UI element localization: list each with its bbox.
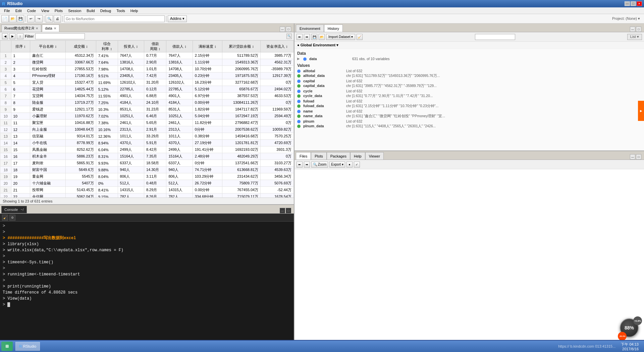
env-row-cycle[interactable]: cycle List of 632 <box>296 89 643 93</box>
env-load-button[interactable]: 📂 <box>319 34 325 40</box>
minimize-button[interactable]: — <box>625 1 630 6</box>
env-row-alltotal[interactable]: alltotal List of 632 <box>296 69 643 73</box>
export-button[interactable]: Export ▾ <box>329 162 345 168</box>
plots-delete-button[interactable]: ● <box>346 162 353 168</box>
col-header-speed[interactable]: 满标速度 ↕ <box>193 41 222 52</box>
files-maximize-button[interactable]: □ <box>636 154 641 160</box>
menu-session[interactable]: Session <box>65 8 84 13</box>
table-cell: 8.26月 <box>144 193 166 198</box>
zoom-button[interactable]: 🔍 Zoom <box>311 162 328 168</box>
save-button[interactable]: 💾 <box>17 15 24 23</box>
tab-help[interactable]: Help <box>350 152 365 160</box>
env-row-capital[interactable]: capital List of 632 <box>296 79 643 83</box>
table-cell: 10048.64万 <box>66 126 96 133</box>
env-search-input[interactable] <box>475 34 515 40</box>
menu-edit[interactable]: Edit <box>13 8 24 13</box>
env-back-button[interactable]: ⬅ <box>297 34 303 40</box>
menu-build[interactable]: Build <box>84 8 97 13</box>
menu-debug[interactable]: Debug <box>98 8 114 13</box>
nav-forward-button[interactable]: ▶ <box>9 33 15 39</box>
undo-button[interactable]: ↩ <box>27 15 35 23</box>
col-header-name[interactable]: 平台名称 ↕ <box>30 41 66 52</box>
env-row-plnum-data[interactable]: plnum_data chr [1:631] "115人" "4408人" "2… <box>296 124 643 129</box>
menu-tools[interactable]: Tools <box>114 8 128 13</box>
table-row: 1919量金网5545万8.04%806人3.11月806人103.29分钟23… <box>0 173 294 180</box>
print-button[interactable]: 🖨 <box>54 15 61 23</box>
tab-files[interactable]: Files <box>296 152 311 160</box>
env-row-cycle-data[interactable]: cycle_data chr [1:631] "0.77月" "2.90月" "… <box>296 93 643 99</box>
import-dataset-button[interactable]: Import Dataset ▾ <box>326 34 355 40</box>
plots-check-button[interactable]: ✓ <box>354 162 360 168</box>
col-header-borrower[interactable]: 借款人 ↕ <box>166 41 193 52</box>
console-content[interactable]: > > > ###############写出数据到excel > librar… <box>0 222 294 352</box>
data-search-input[interactable] <box>35 33 85 39</box>
redo-button[interactable]: ↪ <box>35 15 43 23</box>
table-cell: 2594.49万 <box>261 113 294 120</box>
nav-back-button[interactable]: ◀ <box>2 33 8 39</box>
plots-back-button[interactable]: ⬅ <box>297 162 303 168</box>
open-file-button[interactable]: 📂 <box>9 15 16 23</box>
tab-rscript[interactable]: Rvest爬虫程序2.R ✕ <box>1 25 41 32</box>
tab-plots[interactable]: Plots <box>311 152 326 160</box>
tab-data-close[interactable]: ✕ <box>54 27 56 30</box>
env-maximize-button[interactable]: □ <box>636 27 641 32</box>
env-data-expand[interactable]: ▶ <box>297 57 300 60</box>
col-header-total-loan[interactable]: 累计贷款余额 ↕ <box>222 41 261 52</box>
tab-rscript-close[interactable]: ✕ <box>36 27 38 30</box>
env-clear-button[interactable]: 🧹 <box>357 34 363 40</box>
editor-maximize-button[interactable]: □ <box>286 27 291 32</box>
new-file-button[interactable]: 📄 <box>1 15 9 23</box>
console-clear-button[interactable]: 🧹 <box>2 215 8 221</box>
env-row-fuload[interactable]: fuload List of 632 <box>296 99 643 103</box>
taskbar-rstudio[interactable]: R RStudio <box>15 342 40 351</box>
col-header-investor[interactable]: 投资人 ↕ <box>118 41 144 52</box>
env-row-capital-data[interactable]: capital_data chr [1:631] "3985.77万" "456… <box>296 83 643 89</box>
data-panel-search-button[interactable]: 🔍 <box>286 34 292 39</box>
global-env-label[interactable]: ● Global Environment ▾ <box>297 43 338 47</box>
tab-console[interactable]: Console ~/ <box>1 206 27 213</box>
close-button[interactable]: ✕ <box>637 1 642 6</box>
col-header-rate[interactable]: 综合利率 ↕ <box>96 41 118 52</box>
console-minimize-button[interactable]: — <box>280 208 285 213</box>
go-to-file-input[interactable] <box>64 15 165 22</box>
plots-forward-button[interactable]: ➡ <box>304 162 310 168</box>
env-row-name[interactable]: name List of 632 <box>296 109 643 114</box>
files-minimize-button[interactable]: — <box>630 154 635 160</box>
menu-view[interactable]: View <box>39 8 52 13</box>
col-header-period[interactable]: 借款周期 ↕ <box>144 41 166 52</box>
env-minimize-button[interactable]: — <box>630 27 635 32</box>
sort-button[interactable]: ↕ <box>17 33 23 39</box>
menu-help[interactable]: Help <box>128 8 141 13</box>
console-maximize-button[interactable]: □ <box>286 208 291 213</box>
env-row-fuload-data[interactable]: fuload_data chr [1:631] "2.15分钟" "1.11分钟… <box>296 103 643 109</box>
table-cell: 6.46月 <box>144 113 166 120</box>
env-row-alltotal-data[interactable]: alltotal_data chr [1:631] "511789.52万" "… <box>296 73 643 79</box>
tab-environment[interactable]: Environment <box>296 25 324 32</box>
side-widget[interactable]: ▶ <box>638 101 644 121</box>
data-table-container[interactable]: 排序 ↕ 平台名称 ↕ 成交额 ↕ 综合利率 ↕ 投资人 ↕ 借款周期 ↕ 借款… <box>0 40 294 197</box>
env-save-button[interactable]: 💾 <box>311 34 317 40</box>
console-options-button[interactable]: ⚙ <box>9 215 15 221</box>
console-line-13: > View(data) <box>3 296 291 302</box>
menu-file[interactable]: File <box>1 8 13 13</box>
start-button[interactable]: ⊞ <box>1 342 13 351</box>
tab-viewer[interactable]: Viewer <box>365 152 384 160</box>
find-button[interactable]: 🔍 <box>46 15 53 23</box>
tab-packages[interactable]: Packages <box>327 152 350 160</box>
env-row-plnum[interactable]: plnum List of 632 <box>296 119 643 124</box>
tab-data[interactable]: data ✕ <box>42 25 59 32</box>
env-list-view[interactable]: List ▾ <box>627 34 642 40</box>
editor-minimize-button[interactable]: — <box>280 27 285 32</box>
col-header-net-flow[interactable]: 资金净流入 ↕ <box>261 41 294 52</box>
maximize-button[interactable]: □ <box>631 1 636 6</box>
tab-history[interactable]: History <box>324 25 343 32</box>
menu-code[interactable]: Code <box>24 8 39 13</box>
env-forward-button[interactable]: ➡ <box>304 34 310 40</box>
table-cell: 22785人 <box>118 86 144 93</box>
env-row-data[interactable]: ▶ data 631 obs. of 10 variables <box>296 56 643 61</box>
col-header-rank[interactable]: 排序 ↕ <box>11 41 30 52</box>
addins-button[interactable]: Addins ▾ <box>168 15 187 22</box>
menu-plots[interactable]: Plots <box>52 8 65 13</box>
col-header-amount[interactable]: 成交额 ↕ <box>66 41 96 52</box>
env-row-name-data[interactable]: name_data chr [1:631] "鑫合汇" "微贷网" "红岭创投"… <box>296 114 643 119</box>
